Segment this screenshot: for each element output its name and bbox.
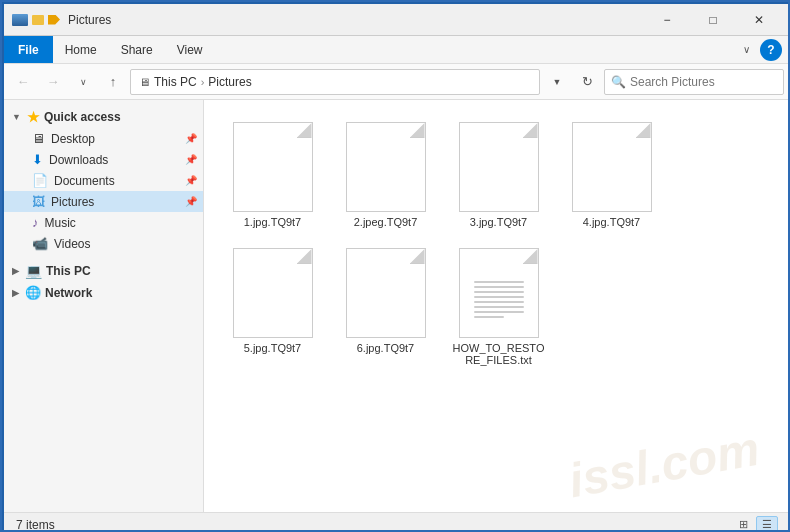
list-view-button[interactable]: ☰ bbox=[756, 516, 778, 533]
pictures-label: Pictures bbox=[51, 195, 94, 209]
downloads-icon: ⬇ bbox=[32, 152, 43, 167]
view-toggle: ⊞ ☰ bbox=[732, 516, 778, 533]
videos-label: Videos bbox=[54, 237, 90, 251]
file-item-file4[interactable]: 4.jpg.TQ9t7 bbox=[559, 116, 664, 234]
back-button[interactable]: ← bbox=[10, 69, 36, 95]
videos-icon: 📹 bbox=[32, 236, 48, 251]
file-item-file6[interactable]: 6.jpg.TQ9t7 bbox=[333, 242, 438, 372]
network-chevron: ▶ bbox=[12, 288, 19, 298]
window-icon-blue bbox=[12, 14, 28, 26]
pin-icon-documents: 📌 bbox=[185, 175, 197, 186]
maximize-button[interactable]: □ bbox=[690, 4, 736, 36]
sidebar-item-network[interactable]: ▶ 🌐 Network bbox=[4, 282, 203, 303]
file-item-file3[interactable]: 3.jpg.TQ9t7 bbox=[446, 116, 551, 234]
refresh-button[interactable]: ↻ bbox=[574, 69, 600, 95]
address-dropdown-button[interactable]: ▼ bbox=[544, 69, 570, 95]
file-item-file1[interactable]: 1.jpg.TQ9t7 bbox=[220, 116, 325, 234]
sidebar-item-music[interactable]: ♪ Music bbox=[4, 212, 203, 233]
file-thumb-file7 bbox=[459, 248, 539, 338]
search-box[interactable]: 🔍 bbox=[604, 69, 784, 95]
file-name-file5: 5.jpg.TQ9t7 bbox=[244, 342, 301, 354]
search-input[interactable] bbox=[630, 75, 777, 89]
file-thumb-file5 bbox=[233, 248, 313, 338]
status-bar: 7 items ⊞ ☰ bbox=[4, 512, 790, 532]
network-label: Network bbox=[45, 286, 92, 300]
ribbon-collapse-button[interactable]: ∨ bbox=[737, 40, 756, 59]
up-button[interactable]: ↑ bbox=[100, 69, 126, 95]
network-icon: 🌐 bbox=[25, 285, 41, 300]
documents-label: Documents bbox=[54, 174, 115, 188]
minimize-button[interactable]: − bbox=[644, 4, 690, 36]
file-thumb-file4 bbox=[572, 122, 652, 212]
window-icon-tab bbox=[32, 15, 44, 25]
window-controls: − □ ✕ bbox=[644, 4, 782, 36]
desktop-label: Desktop bbox=[51, 132, 95, 146]
this-pc-icon: 🖥 bbox=[139, 76, 150, 88]
file-name-file7: HOW_TO_RESTORE_FILES.txt bbox=[452, 342, 545, 366]
search-icon: 🔍 bbox=[611, 75, 626, 89]
menu-file[interactable]: File bbox=[4, 36, 53, 63]
pin-icon-desktop: 📌 bbox=[185, 133, 197, 144]
file-thumb-file6 bbox=[346, 248, 426, 338]
thispc-icon: 💻 bbox=[25, 263, 42, 279]
file-item-file5[interactable]: 5.jpg.TQ9t7 bbox=[220, 242, 325, 372]
address-part-thispc[interactable]: This PC bbox=[154, 75, 197, 89]
quick-access-label: Quick access bbox=[44, 110, 121, 124]
thispc-label: This PC bbox=[46, 264, 91, 278]
pin-icon-pictures: 📌 bbox=[185, 196, 197, 207]
sidebar-item-documents[interactable]: 📄 Documents 📌 bbox=[4, 170, 203, 191]
window-title: Pictures bbox=[68, 13, 644, 27]
quick-access-header[interactable]: ▼ ★ Quick access bbox=[4, 106, 203, 128]
sidebar-item-pictures[interactable]: 🖼 Pictures 📌 bbox=[4, 191, 203, 212]
menu-share[interactable]: Share bbox=[109, 36, 165, 63]
window-icon-arrow bbox=[48, 15, 60, 25]
address-part-pictures[interactable]: Pictures bbox=[208, 75, 251, 89]
file-thumb-file3 bbox=[459, 122, 539, 212]
desktop-icon: 🖥 bbox=[32, 131, 45, 146]
sidebar: ▼ ★ Quick access 🖥 Desktop 📌 ⬇ Downloads… bbox=[4, 100, 204, 512]
help-button[interactable]: ? bbox=[760, 39, 782, 61]
downloads-label: Downloads bbox=[49, 153, 108, 167]
close-button[interactable]: ✕ bbox=[736, 4, 782, 36]
pictures-icon: 🖼 bbox=[32, 194, 45, 209]
sidebar-item-downloads[interactable]: ⬇ Downloads 📌 bbox=[4, 149, 203, 170]
toolbar: ← → ∨ ↑ 🖥 This PC › Pictures ▼ ↻ 🔍 bbox=[4, 64, 790, 100]
documents-icon: 📄 bbox=[32, 173, 48, 188]
file-name-file1: 1.jpg.TQ9t7 bbox=[244, 216, 301, 228]
sidebar-item-videos[interactable]: 📹 Videos bbox=[4, 233, 203, 254]
sidebar-item-thispc[interactable]: ▶ 💻 This PC bbox=[4, 260, 203, 282]
quick-access-chevron: ▼ bbox=[12, 112, 21, 122]
pin-icon-downloads: 📌 bbox=[185, 154, 197, 165]
grid-view-button[interactable]: ⊞ bbox=[732, 516, 754, 533]
thispc-chevron: ▶ bbox=[12, 266, 19, 276]
sidebar-item-desktop[interactable]: 🖥 Desktop 📌 bbox=[4, 128, 203, 149]
address-bar[interactable]: 🖥 This PC › Pictures bbox=[130, 69, 540, 95]
item-count: 7 items bbox=[16, 518, 55, 532]
file-name-file3: 3.jpg.TQ9t7 bbox=[470, 216, 527, 228]
menu-home[interactable]: Home bbox=[53, 36, 109, 63]
recent-locations-button[interactable]: ∨ bbox=[70, 69, 96, 95]
forward-button[interactable]: → bbox=[40, 69, 66, 95]
file-area: 1.jpg.TQ9t72.jpeg.TQ9t73.jpg.TQ9t74.jpg.… bbox=[204, 100, 790, 512]
title-bar-icon-group bbox=[12, 14, 60, 26]
music-label: Music bbox=[45, 216, 76, 230]
file-name-file6: 6.jpg.TQ9t7 bbox=[357, 342, 414, 354]
menu-bar: File Home Share View ∨ ? bbox=[4, 36, 790, 64]
file-item-file2[interactable]: 2.jpeg.TQ9t7 bbox=[333, 116, 438, 234]
file-item-file7[interactable]: HOW_TO_RESTORE_FILES.txt bbox=[446, 242, 551, 372]
main-layout: ▼ ★ Quick access 🖥 Desktop 📌 ⬇ Downloads… bbox=[4, 100, 790, 512]
menu-view[interactable]: View bbox=[165, 36, 215, 63]
address-parts: This PC › Pictures bbox=[154, 75, 252, 89]
menu-bar-right: ∨ ? bbox=[729, 36, 790, 63]
file-name-file2: 2.jpeg.TQ9t7 bbox=[354, 216, 418, 228]
file-thumb-file1 bbox=[233, 122, 313, 212]
title-bar: Pictures − □ ✕ bbox=[4, 4, 790, 36]
quick-access-icon: ★ bbox=[27, 109, 40, 125]
file-thumb-file2 bbox=[346, 122, 426, 212]
music-icon: ♪ bbox=[32, 215, 39, 230]
file-name-file4: 4.jpg.TQ9t7 bbox=[583, 216, 640, 228]
